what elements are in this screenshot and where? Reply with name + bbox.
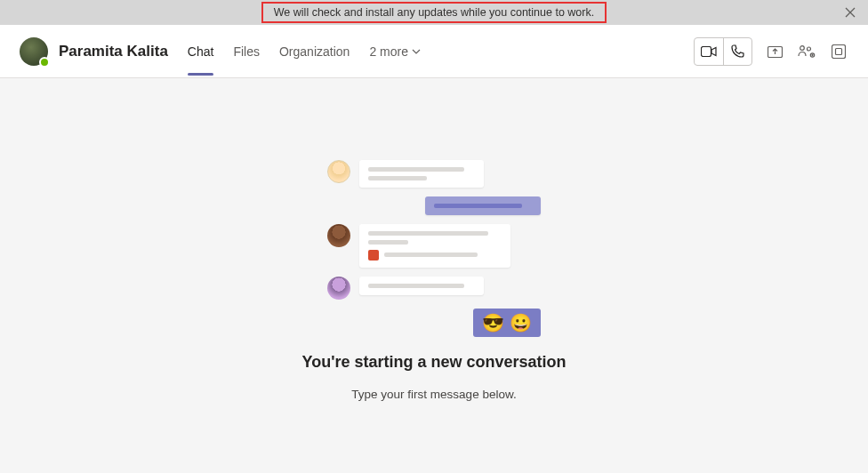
phone-icon [731, 44, 744, 58]
tab-chat[interactable]: Chat [188, 28, 214, 75]
add-people-button[interactable] [797, 42, 816, 61]
svg-rect-0 [702, 46, 711, 56]
share-screen-button[interactable] [765, 42, 784, 61]
share-screen-icon [768, 44, 783, 58]
illus-avatar-icon [327, 224, 350, 247]
empty-state-subline: Type your first message below. [351, 388, 516, 401]
video-icon [701, 46, 717, 57]
chat-tabs: Chat Files Organization 2 more [188, 28, 421, 75]
close-icon [845, 7, 856, 18]
audio-call-button[interactable] [723, 38, 751, 65]
contact-avatar[interactable] [20, 37, 48, 66]
illus-avatar-icon [327, 277, 350, 300]
illus-avatar-icon [327, 160, 350, 183]
illus-emoji-bubble: 😎 😀 [473, 309, 541, 337]
contact-name: Paramita Kalita [59, 43, 168, 60]
update-notification-bar: We will check and install any updates wh… [0, 0, 868, 25]
header-actions [694, 37, 848, 66]
svg-rect-5 [832, 44, 846, 58]
close-notification-button[interactable] [841, 4, 859, 21]
tab-more[interactable]: 2 more [369, 28, 421, 75]
chevron-down-icon [412, 49, 421, 54]
people-add-icon [798, 44, 816, 59]
update-notification-text: We will check and install any updates wh… [261, 2, 607, 23]
video-call-button[interactable] [695, 38, 723, 65]
popout-icon [832, 44, 846, 59]
svg-point-2 [800, 45, 805, 50]
attachment-icon [368, 250, 379, 261]
chat-empty-state: 😎 😀 You're starting a new conversation T… [0, 78, 868, 473]
call-button-group [694, 37, 752, 66]
svg-point-3 [808, 47, 811, 51]
svg-rect-6 [836, 48, 842, 54]
empty-state-headline: You're starting a new conversation [301, 353, 566, 372]
tab-organization[interactable]: Organization [279, 28, 350, 75]
tab-more-label: 2 more [369, 44, 408, 59]
popout-chat-button[interactable] [829, 42, 848, 61]
conversation-illustration: 😎 😀 [327, 160, 541, 337]
presence-available-icon [39, 57, 50, 68]
chat-header: Paramita Kalita Chat Files Organization … [0, 25, 868, 78]
tab-files[interactable]: Files [233, 28, 260, 75]
